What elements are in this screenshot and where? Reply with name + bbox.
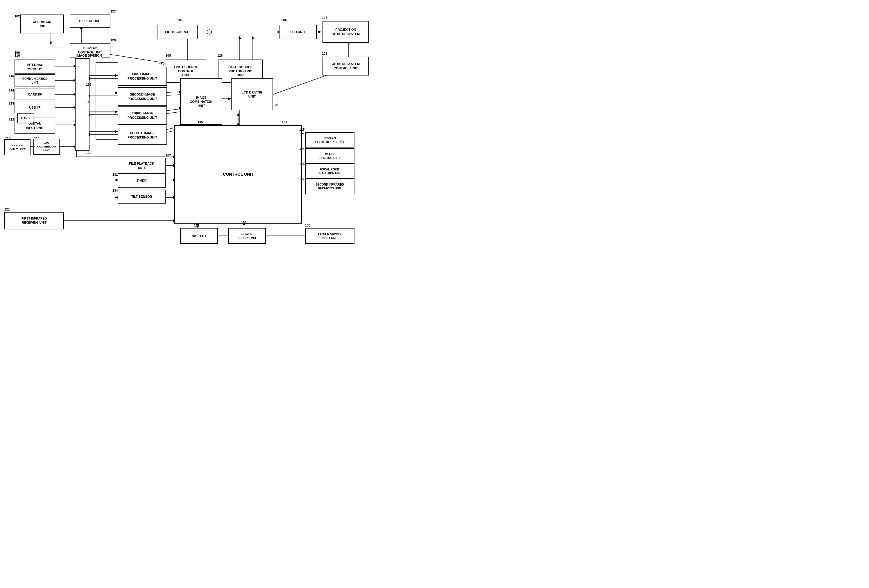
number-123: 123 [299,162,304,166]
number-111: 111 [34,136,40,140]
number-120: 120 [86,151,91,154]
first-infrared-receiving-unit-box: FIRST INFRARED RECEIVING UNIT [4,212,64,230]
operation-unit-box: OPERATION UNIT [20,15,64,33]
svg-marker-59 [228,98,231,100]
svg-marker-65 [319,31,321,33]
number-115: 115 [9,74,14,77]
number-103: 103 [241,221,246,224]
number-133: 133 [75,65,80,69]
number-127: 127 [110,10,116,13]
number-116: 116 [15,54,20,57]
number-107: 107 [322,16,327,19]
svg-marker-1 [50,42,52,44]
lcd-driving-unit-box: LCD DRIVING UNIT [231,78,273,110]
number-131: 131 [113,173,118,176]
number-129: 129 [194,224,199,227]
svg-marker-27 [115,74,118,77]
number-102: 102 [15,15,20,18]
image-combination-unit-box: IMAGE COMBINATION UNIT [180,78,222,125]
analog-input-unit-box: ANALOG INPUT UNIT [4,139,31,156]
second-infrared-receiving-unit-box: SECOND INFRARED RECEIVING UNIT [305,178,354,194]
number-104: 104 [281,18,286,22]
power-supply-input-unit-box: POWER SUPPLY INPUT UNIT [305,228,354,244]
number-134: 134 [113,189,118,192]
number-125: 125 [299,128,304,131]
control-unit-box: CONTROL UNIT [174,125,302,224]
card-if-box: CARD I/F [15,89,55,100]
third-image-processing-box: THIRD IMAGE PROCESSING UNIT [118,106,167,125]
number-113: 113 [9,102,14,105]
svg-marker-94 [115,196,117,198]
number-128: 128 [110,39,116,42]
number-130: 130 [305,224,310,227]
number-101: 101 [282,120,287,124]
image-division-bus [75,58,89,151]
internal-memory-box: INTERNAL MEMORY [15,59,55,74]
screen-photometric-unit-box: SCREEN PHOTOMETRIC UNIT [305,132,354,148]
svg-marker-39 [115,130,118,133]
focal-point-detection-unit-box: FOCAL POINT DETECTION UNIT [305,163,354,179]
number-110: 110 [5,136,10,140]
card-box: CARD [18,113,33,123]
display-unit-box: DISPLAY UNIT [70,15,110,28]
optical-system-control-unit-box: OPTICAL SYSTEM CONTROL UNIT [322,56,369,76]
projection-optical-system-box: PROJECTION OPTICAL SYSTEM [322,21,369,43]
second-image-processing-box: SECOND IMAGE PROCESSING UNIT [118,87,167,106]
number-117: 117 [159,62,165,66]
communication-unit-box: COMMUNICATION UNIT [15,74,55,87]
ad-conversion-unit-box: A/D CONVERSION UNIT [33,139,59,155]
number-114: 114 [9,89,14,92]
number-119: 119 [86,100,91,104]
svg-marker-35 [115,111,118,113]
number-132: 132 [166,153,171,157]
svg-marker-80 [237,113,239,116]
battery-box: BATTERY [180,228,218,244]
number-109: 109 [322,52,327,55]
power-supply-unit-box: POWER SUPPLY UNIT [228,228,266,244]
usb-if-box: USB I/F [15,102,55,113]
tilt-sensor-box: TILT SENSOR [118,190,166,204]
number-135: 135 [197,120,203,124]
number-118: 118 [86,83,91,86]
light-source-box: LIGHT SOURCE [157,25,197,39]
svg-marker-62 [252,36,254,39]
number-108: 108 [166,54,171,57]
diagram: OPERATION UNIT DISPLAY UNIT DISPLAY CONT… [0,0,378,256]
timer-box: TIMER [118,174,166,188]
svg-marker-91 [115,179,117,181]
fourth-image-processing-box: FOURTH IMAGE PROCESSING UNIT [118,126,167,145]
svg-marker-74 [239,36,241,39]
first-image-processing-box: FIRST IMAGE PROCESSING UNIT [118,67,167,86]
number-122: 122 [299,177,304,181]
number-126: 126 [217,54,222,57]
number-121: 121 [4,207,10,211]
file-playback-unit-box: FILE PLAYBACK UNIT [118,158,166,174]
number-124: 124 [299,147,304,150]
number-106: 106 [177,18,182,22]
svg-point-68 [207,30,212,34]
lcd-unit-box: LCD UNIT [279,25,317,39]
number-112: 112 [9,118,14,121]
number-105: 105 [273,103,278,107]
svg-marker-31 [115,92,118,94]
image-sensing-unit-box: IMAGE SENSING UNIT [305,148,354,164]
